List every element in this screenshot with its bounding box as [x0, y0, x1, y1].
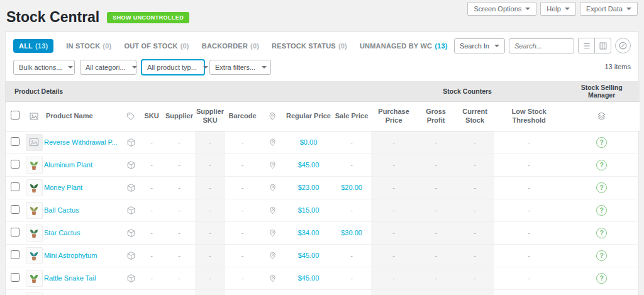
product-name-cell: Reverse Withdrawal P... [43, 131, 122, 153]
product-thumbnail [26, 202, 43, 219]
tab-all[interactable]: ALL (13) [13, 39, 53, 53]
product-type-column-header[interactable] [122, 102, 140, 131]
row-checkbox[interactable] [11, 250, 19, 259]
tab-restock-status[interactable]: RESTOCK STATUS (0) [272, 42, 347, 50]
column-current-stock[interactable]: Current Stock [455, 102, 494, 131]
list-view-button[interactable] [578, 38, 595, 53]
tab-in-stock[interactable]: IN STOCK (0) [66, 42, 111, 50]
column-sale-price[interactable]: Sale Price [332, 102, 371, 131]
supplier-sku-cell: - [195, 244, 225, 267]
product-type-cell [122, 221, 140, 244]
sticky-columns-button[interactable] [615, 38, 631, 53]
chevron-down-icon [68, 66, 73, 69]
row-checkbox[interactable] [11, 160, 19, 169]
ssm-status-unknown-icon[interactable]: ? [596, 273, 607, 284]
regular-price-cell: $34.00 [285, 221, 332, 244]
product-name-link[interactable]: Mini Astrophytum [44, 252, 97, 259]
sale-price-cell: - [332, 131, 371, 153]
product-name-link[interactable]: Rattle Snake Tail [44, 274, 96, 282]
supplier-cell: - [164, 131, 195, 153]
column-gross-profit[interactable]: Gross Profit [416, 102, 455, 131]
row-checkbox-cell [6, 289, 25, 295]
column-groups-button[interactable] [594, 38, 611, 53]
ssm-status-unknown-icon[interactable]: ? [596, 205, 607, 216]
export-data-button[interactable]: Export Data [580, 2, 638, 16]
product-type-cell [122, 267, 140, 289]
location-cell [260, 221, 285, 244]
current-stock-cell: - [455, 244, 494, 267]
location-pin-icon [269, 138, 277, 147]
product-type-select[interactable]: All product typ... [142, 60, 204, 75]
ssm-status-unknown-icon[interactable]: ? [596, 250, 607, 261]
gross-profit-cell: - [416, 176, 455, 199]
stock-selling-manager-cell: ? [564, 153, 640, 176]
bulk-actions-select[interactable]: Bulk actions... [13, 60, 75, 75]
sale-price-cell: $20.00 [332, 176, 371, 199]
view-toggle-group [578, 38, 611, 53]
select-all-cell [6, 102, 25, 131]
table-row: Aluminum Plant - - - - $45.00 - - - - - … [6, 153, 640, 176]
plant-photo-icon [27, 248, 41, 262]
product-name-link[interactable]: Money Plant [44, 184, 82, 191]
extra-filters-select[interactable]: Extra filters... [209, 60, 271, 75]
categories-select[interactable]: All categori... [80, 60, 136, 75]
purchase-price-cell: - [371, 289, 416, 295]
row-checkbox[interactable] [11, 182, 19, 191]
product-name-cell: Piorro Quisquam [43, 289, 122, 295]
location-cell [260, 176, 285, 199]
search-input[interactable] [509, 38, 574, 53]
supplier-sku-cell: - [195, 199, 225, 221]
row-checkbox[interactable] [11, 137, 19, 146]
product-name-link[interactable]: Reverse Withdrawal P... [44, 138, 118, 146]
ssm-status-unknown-icon[interactable]: ? [596, 228, 607, 238]
row-checkbox[interactable] [11, 228, 19, 237]
select-all-checkbox[interactable] [11, 111, 19, 120]
location-column-header[interactable] [260, 102, 285, 131]
gross-profit-cell: - [416, 131, 455, 153]
row-checkbox[interactable] [11, 273, 19, 282]
list-view-icon [582, 42, 591, 50]
thumbnail-cell [25, 176, 43, 199]
search-in-label: Search In [460, 42, 489, 50]
export-data-label: Export Data [586, 5, 623, 13]
ssm-status-unknown-icon[interactable]: ? [596, 137, 607, 148]
column-barcode[interactable]: Barcode [225, 102, 260, 131]
supplier-sku-cell: - [195, 131, 225, 153]
tab-backorder[interactable]: BACKORDER (0) [202, 42, 259, 50]
ssm-status-unknown-icon[interactable]: ? [596, 160, 607, 170]
column-sku[interactable]: SKU [140, 102, 164, 131]
column-product-name[interactable]: Product Name [43, 102, 122, 131]
filters: Bulk actions... All categori... All prod… [13, 60, 271, 75]
product-name-link[interactable]: Star Cactus [44, 229, 80, 237]
regular-price-cell: $45.00 [285, 244, 332, 267]
column-purchase-price[interactable]: Purchase Price [371, 102, 416, 131]
categories-label: All categori... [86, 64, 126, 71]
help-button[interactable]: Help [540, 2, 576, 16]
product-name-link[interactable]: Aluminum Plant [44, 161, 92, 169]
group-product-details: Product Details [6, 81, 371, 102]
supplier-cell: - [164, 176, 195, 199]
regular-price-cell: $32.00 [285, 289, 332, 295]
search-in-select[interactable]: Search In [454, 38, 505, 53]
row-checkbox[interactable] [11, 205, 19, 214]
column-low-stock-threshold[interactable]: Low Stock Threshold [494, 102, 564, 131]
screen-options-button[interactable]: Screen Options [467, 2, 536, 16]
location-pin-icon [269, 274, 277, 282]
sku-cell: - [140, 131, 164, 153]
tab-unmanaged-by-wc[interactable]: UNMANAGED BY WC (13) [360, 42, 448, 50]
chevron-down-icon [262, 66, 267, 69]
location-pin-icon [268, 112, 277, 121]
tab-out-of-stock[interactable]: OUT OF STOCK (0) [124, 42, 189, 50]
show-uncontrolled-button[interactable]: SHOW UNCONTROLLED [107, 12, 189, 23]
low-stock-threshold-cell: - [494, 289, 564, 295]
ssm-status-unknown-icon[interactable]: ? [596, 182, 607, 193]
box-icon [126, 228, 136, 238]
column-supplier-sku[interactable]: Supplier SKU [195, 102, 225, 131]
column-regular-price[interactable]: Regular Price [285, 102, 332, 131]
column-supplier[interactable]: Supplier [164, 102, 195, 131]
product-name-link[interactable]: Ball Cactus [44, 206, 79, 214]
row-checkbox-cell [6, 153, 25, 176]
product-name-cell: Mini Astrophytum [43, 244, 122, 267]
page-title: Stock Central [6, 9, 99, 26]
help-label: Help [547, 5, 561, 13]
